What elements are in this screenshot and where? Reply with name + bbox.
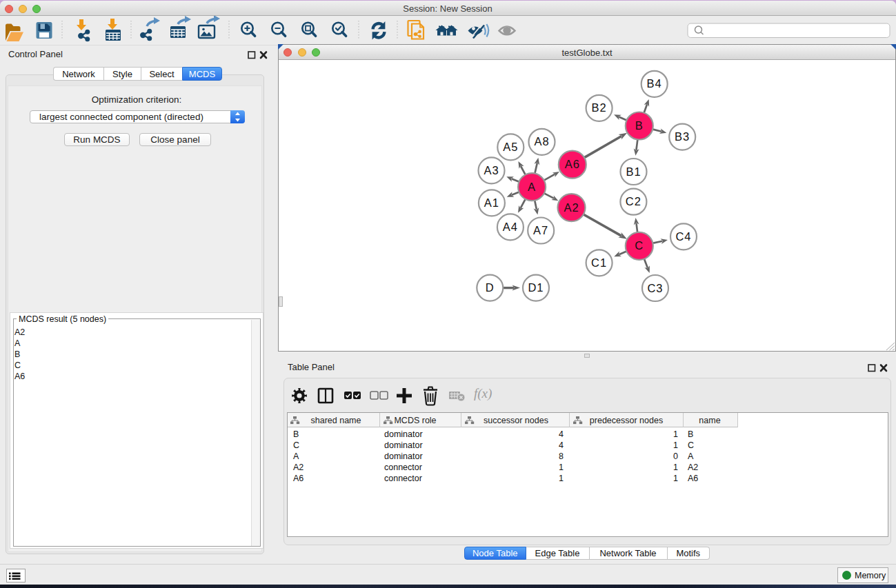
svg-text:C3: C3 xyxy=(647,282,663,294)
svg-text:B1: B1 xyxy=(626,165,641,178)
svg-text:C2: C2 xyxy=(626,195,641,207)
svg-text:D: D xyxy=(486,281,495,294)
svg-text:A7: A7 xyxy=(533,224,548,236)
svg-text:A3: A3 xyxy=(484,164,499,176)
svg-text:A1: A1 xyxy=(484,196,499,209)
svg-text:A4: A4 xyxy=(503,221,518,233)
svg-text:D1: D1 xyxy=(528,281,544,294)
svg-text:A6: A6 xyxy=(565,158,580,170)
svg-text:B2: B2 xyxy=(592,101,607,114)
svg-text:C1: C1 xyxy=(591,256,607,269)
svg-text:A5: A5 xyxy=(503,141,518,153)
svg-text:C: C xyxy=(635,239,644,252)
svg-text:A: A xyxy=(528,181,536,193)
svg-text:A2: A2 xyxy=(564,201,579,214)
svg-text:C4: C4 xyxy=(675,230,691,243)
svg-text:B3: B3 xyxy=(675,130,690,143)
svg-text:A8: A8 xyxy=(534,135,549,148)
svg-text:B: B xyxy=(635,119,644,132)
svg-text:B4: B4 xyxy=(647,77,662,90)
